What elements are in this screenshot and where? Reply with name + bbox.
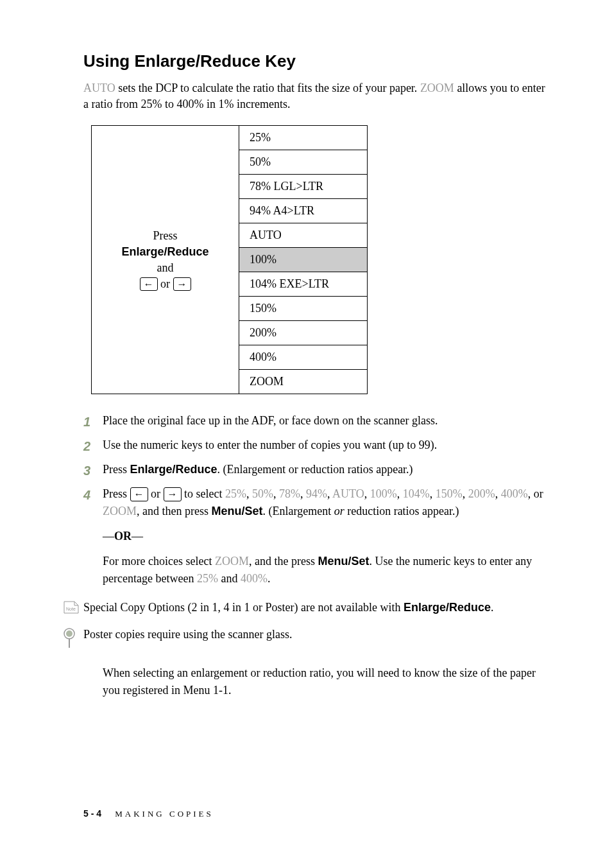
table-row: 104% EXE>LTR [239,272,368,297]
menu-set-label: Menu/Set [211,505,262,517]
table-row: 150% [239,297,368,321]
note-2: Poster copies require using the scanner … [83,626,551,654]
page-footer: 5 - 4 MAKING COPIES [83,808,551,819]
note-text: Poster copies require using the scanner … [83,626,551,643]
section-name: MAKING COPIES [115,809,213,819]
table-left-cell: Press Enlarge/Reduce and ← or → [92,126,239,394]
option: 400% [501,487,528,500]
right-arrow-icon: → [173,277,191,291]
table-row: 400% [239,345,368,370]
text: . (Enlargement or reduction ratios appea… [217,463,413,476]
ratio-table-container: Press Enlarge/Reduce and ← or → 25% 50% … [91,125,551,394]
text: or [334,505,344,517]
auto-label: AUTO [83,82,115,94]
step-4: 4 Press ← or → to select 25%, 50%, 78%, … [83,485,551,587]
text: and [218,572,241,585]
option: 94% [306,487,327,500]
svg-text:Note: Note [66,607,76,611]
or-label: OR [114,530,132,542]
intro-paragraph: AUTO sets the DCP to calculate the ratio… [83,80,551,112]
step-number: 2 [83,437,103,456]
text: Press [103,463,130,476]
page-number: 5 - 4 [83,808,101,819]
table-row: 78% LGL>LTR [239,175,368,199]
left-arrow-icon: ← [130,487,148,501]
enlarge-reduce-button-label: Enlarge/Reduce [130,463,217,476]
option: 150% [436,487,463,500]
step-3: 3 Press Enlarge/Reduce. (Enlargement or … [83,461,551,480]
note-text: Special Copy Options (2 in 1, 4 in 1 or … [83,599,551,616]
percent-max: 400% [241,572,268,585]
text: Special Copy Options (2 in 1, 4 in 1 or … [83,601,404,614]
note-3: When selecting an enlargement or reducti… [83,664,551,699]
table-row: 94% A4>LTR [239,199,368,223]
and-label: and [157,261,174,274]
note-icon: Note [63,599,83,620]
zoom-instructions: For more choices select ZOOM, and the pr… [103,553,551,587]
left-arrow-icon: ← [140,277,158,291]
text: to select [182,487,225,500]
step-text: Place the original face up in the ADF, o… [103,412,551,431]
magnifier-icon [63,626,83,654]
step-text: Press ← or → to select 25%, 50%, 78%, 94… [103,485,551,587]
table-row: AUTO [239,223,368,248]
step-1: 1 Place the original face up in the ADF,… [83,412,551,431]
option: ZOOM [103,505,137,517]
text: reduction ratios appear.) [344,505,459,517]
step-text: Press Enlarge/Reduce. (Enlargement or re… [103,461,551,480]
or-label: or [160,277,170,290]
option: 25% [225,487,246,500]
option: AUTO [332,487,364,500]
note-1: Note Special Copy Options (2 in 1, 4 in … [83,599,551,620]
auto-text: sets the DCP to calculate the ratio that… [115,82,420,94]
text: . [268,572,271,585]
table-row: 50% [239,150,368,175]
option: 50% [252,487,273,500]
text: . [491,601,494,614]
option: 104% [403,487,430,500]
table-row: 200% [239,321,368,345]
text: or [148,487,164,500]
ratio-table: Press Enlarge/Reduce and ← or → 25% 50% … [91,125,368,394]
note-text: When selecting an enlargement or reducti… [103,664,551,699]
percent-min: 25% [197,572,218,585]
option: 100% [370,487,397,500]
text: For more choices select [103,555,215,568]
text: , and then press [137,505,211,517]
zoom-option: ZOOM [215,555,249,568]
steps-list: 1 Place the original face up in the ADF,… [83,412,551,587]
svg-point-2 [66,630,72,637]
or-separator: —OR— [103,528,551,545]
option: 78% [279,487,300,500]
press-label: Press [153,229,177,242]
text: — [103,530,114,542]
step-number: 3 [83,461,103,480]
step-number: 1 [83,412,103,431]
text: — [132,530,143,542]
enlarge-reduce-label: Enlarge/Reduce [121,245,208,258]
enlarge-reduce-label: Enlarge/Reduce [404,601,491,614]
section-heading: Using Enlarge/Reduce Key [83,51,551,71]
text: . (Enlargement [263,505,334,517]
zoom-label: ZOOM [420,82,454,94]
right-arrow-icon: → [164,487,182,501]
step-2: 2 Use the numeric keys to enter the numb… [83,437,551,456]
table-row-shaded: 100% [239,248,368,272]
step-text: Use the numeric keys to enter the number… [103,437,551,456]
step-number: 4 [83,485,103,587]
text: , and the press [249,555,318,568]
text: Press [103,487,130,500]
menu-set-label: Menu/Set [318,555,369,568]
table-row: ZOOM [239,370,368,394]
option: 200% [468,487,495,500]
table-row: 25% [239,126,368,150]
